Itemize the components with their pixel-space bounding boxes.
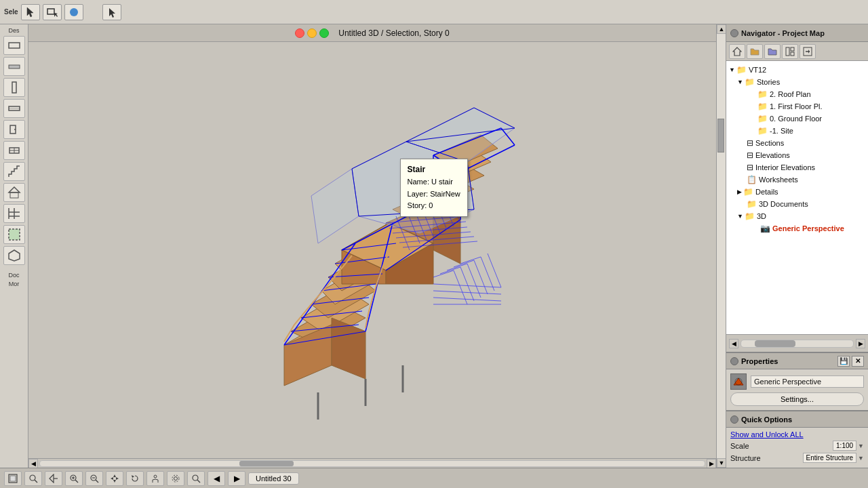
tree-item-generic-perspective[interactable]: 📷 Generic Perspective [726,222,868,235]
bottom-prev-btn[interactable]: ◀ [208,471,225,486]
stories-arrow[interactable]: ▼ [737,79,743,85]
close-btn[interactable] [295,28,304,38]
tree-item-worksheets[interactable]: 📋 Worksheets [726,174,868,186]
bottom-plan-btn[interactable] [4,471,22,486]
bottom-zoom-fit-btn[interactable] [24,471,42,486]
tree-worksheets-label: Worksheets [759,176,798,184]
tree-item-site[interactable]: 📁 -1. Site [726,125,868,137]
bottom-zoom-in-btn[interactable] [65,471,83,486]
tree-item-interior-elevations[interactable]: ⊟ Interior Elevations [726,161,868,174]
tool-door[interactable] [3,120,25,139]
tool-wall[interactable] [3,36,25,55]
qo-structure-label: Structure [730,454,803,462]
navigator-header: Navigator - Project Map [726,24,868,42]
vt12-arrow[interactable]: ▼ [729,66,735,73]
prop-close-btn[interactable]: ✕ [852,356,864,367]
tree-item-3d[interactable]: ▼ 📁 3D [726,210,868,222]
toolbar-arrow-btn[interactable] [102,4,121,20]
vscroll-up[interactable]: ▲ [717,24,726,34]
qo-structure-control[interactable]: Entire Structure ▼ [803,453,864,463]
nav-home-btn[interactable] [729,44,745,59]
tree-interior-elevations-label: Interior Elevations [755,163,815,171]
tool-grid[interactable] [3,204,25,223]
bottom-refresh-btn[interactable] [126,471,144,486]
qo-show-unlock-row[interactable]: Show and Unlock ALL [730,430,864,439]
viewport-titlebar: Untitled 3D / Selection, Story 0 [28,24,716,42]
quick-options-content: Show and Unlock ALL Scale 1:100 ▼ Struct… [726,428,868,468]
nav-folder2-btn[interactable] [764,44,781,59]
viewport-hscrollbar[interactable]: ◀ ▶ [28,458,716,468]
tool-stair[interactable] [3,162,25,181]
bottom-settings-btn[interactable] [167,471,184,486]
tree-hscroll-thumb[interactable] [755,340,795,347]
hscroll-right[interactable]: ▶ [707,459,716,468]
tree-item-details[interactable]: ▶ 📁 Details [726,186,868,198]
viewport-vscrollbar[interactable]: ▲ ▼ [716,24,726,468]
bottom-zoom2-btn[interactable] [187,471,205,486]
vscroll-thumb[interactable] [717,119,724,152]
vscroll-down[interactable]: ▼ [717,458,726,468]
bottom-person-btn[interactable] [146,471,164,486]
tree-scroll-controls: ◀ ▶ [726,334,868,352]
toolbar-select-btn[interactable] [21,4,40,20]
svg-rect-6 [9,65,20,68]
bottom-pan-btn[interactable] [106,471,123,486]
nav-layout-btn[interactable] [782,44,798,59]
qo-show-unlock-label[interactable]: Show and Unlock ALL [730,430,804,439]
tree-3d-label: 3D [757,212,766,220]
tool-zone[interactable] [3,225,25,244]
qo-structure-arrow[interactable]: ▼ [858,455,864,462]
worksheets-icon: 📋 [747,175,757,184]
qo-scale-control[interactable]: 1:100 ▼ [833,441,864,451]
tree-item-elevations[interactable]: ⊟ Elevations [726,149,868,161]
tree-item-stories[interactable]: ▼ 📁 Stories [726,76,868,88]
site-icon: 📁 [757,126,768,136]
bottom-zoom-prev-btn[interactable] [45,471,62,486]
tree-scroll-left[interactable]: ◀ [729,339,738,348]
svg-line-136 [197,480,200,483]
qo-scale-value: 1:100 [833,441,856,451]
toolbar-rotate-btn[interactable] [64,4,83,20]
maximize-btn[interactable] [319,28,329,38]
tree-view[interactable]: ▼ 📁 VT12 ▼ 📁 Stories 📁 2. Roof Plan [726,61,868,334]
svg-point-133 [174,476,178,480]
nav-folder-btn[interactable] [747,44,763,59]
tree-item-sections[interactable]: ⊟ Sections [726,137,868,149]
hscroll-left[interactable]: ◀ [28,459,38,468]
tree-scroll-right[interactable]: ▶ [856,339,865,348]
tree-roof-plan-label: 2. Roof Plan [770,90,811,98]
qo-circle-icon [730,415,738,424]
tree-item-3d-documents[interactable]: 📁 3D Documents [726,198,868,210]
qo-structure-row: Structure Entire Structure ▼ [730,453,864,463]
prop-settings-btn[interactable]: Settings... [730,392,864,406]
tool-roof[interactable] [3,183,25,202]
tool-slab[interactable] [3,57,25,76]
minimize-btn[interactable] [307,28,317,38]
qo-scale-arrow[interactable]: ▼ [858,443,864,449]
tree-item-first-floor[interactable]: 📁 1. First Floor Pl. [726,100,868,113]
tool-column[interactable] [3,78,25,97]
nav-export-btn[interactable] [800,44,816,59]
tool-3d[interactable] [3,246,25,265]
tool-window[interactable] [3,141,25,160]
tree-generic-perspective-label: Generic Perspective [772,224,844,232]
tree-item-roof-plan[interactable]: 📁 2. Roof Plan [726,88,868,100]
bottom-next-btn[interactable]: ▶ [228,471,245,486]
svg-point-134 [172,475,179,482]
untitled-tab[interactable]: Untitled 30 [248,472,299,485]
3d-arrow[interactable]: ▼ [737,213,743,220]
svg-line-85 [433,291,501,294]
svg-rect-5 [9,43,20,48]
tree-item-ground-floor[interactable]: 📁 0. Ground Floor [726,113,868,125]
quick-options-panel: Quick Options Show and Unlock ALL Scale … [726,410,868,468]
canvas-area[interactable]: Stair Name: U stair Layer: StairNew Stor… [28,42,716,458]
tool-beam[interactable] [3,99,25,118]
hscroll-thumb[interactable] [239,461,294,466]
prop-save-btn[interactable]: 💾 [837,356,850,367]
tree-item-vt12[interactable]: ▼ 📁 VT12 [726,64,868,76]
toolbar-box-btn[interactable] [43,4,62,20]
bottom-zoom-out-btn[interactable] [85,471,103,486]
svg-point-132 [154,475,157,478]
details-arrow[interactable]: ▶ [737,188,742,195]
svg-point-135 [193,475,198,481]
